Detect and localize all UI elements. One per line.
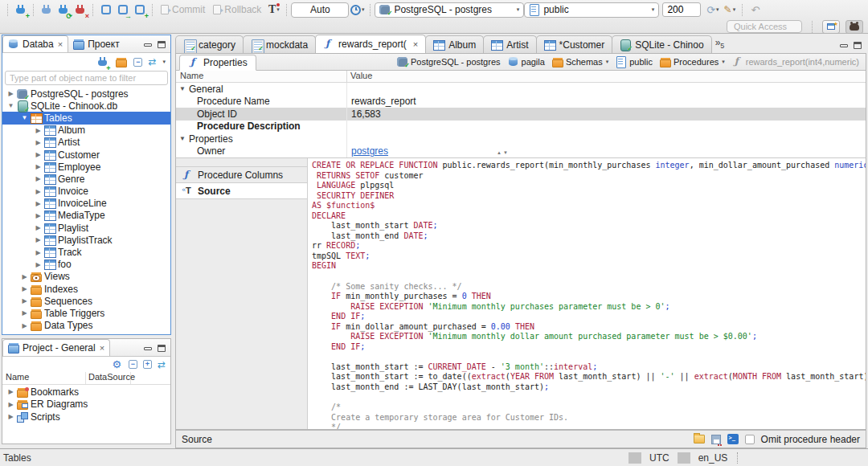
disclosure-triangle[interactable]: ▶ [35,261,42,268]
disclosure-triangle[interactable]: ▶ [7,90,14,97]
breadcrumb-item-public[interactable]: public [616,56,653,67]
property-value[interactable]: postgres [347,145,388,157]
refresh-button[interactable]: ⟳▾ [704,2,721,18]
fetch-size-input[interactable] [662,2,701,17]
minimize-icon[interactable] [144,43,152,47]
disclosure-triangle[interactable]: ▶ [35,236,42,243]
new-connection-button[interactable]: + [12,2,29,18]
quick-access-input[interactable] [727,20,802,33]
column-name[interactable]: Name [176,71,347,82]
bottom-tab-label[interactable]: Source [182,434,212,445]
editor-tab-sqlite-chinoo[interactable]: SQLite - Chinoo [612,35,711,53]
disclosure-triangle[interactable]: ▶ [35,151,42,158]
disclosure-triangle[interactable]: ▶ [7,413,14,420]
editor-tab-album[interactable]: Album [425,35,484,53]
commit-mode-select[interactable]: Auto [291,2,349,18]
disclosure-triangle[interactable]: ▶ [35,249,42,256]
maximize-icon[interactable] [158,41,166,48]
transaction-log-button[interactable]: T▾ [265,2,282,18]
tree-item-album[interactable]: ▶Album [2,125,170,137]
timezone-label[interactable]: UTC [643,452,676,464]
disclosure-triangle[interactable]: ▶ [35,200,42,207]
rollback-button[interactable]: Rollback [213,4,261,15]
column-datasource[interactable]: DataSource [86,372,131,384]
tree-item-views[interactable]: ▶Views [2,271,170,283]
disclosure-triangle[interactable]: ▶ [21,309,28,317]
editor-tab-category[interactable]: category [175,35,244,53]
breadcrumb-item-rewards-report-int4-numeric[interactable]: rewards_report(int4,numeric) [732,56,859,67]
subtab-source[interactable]: Source [176,182,307,199]
collapse-all-button[interactable]: − [129,360,137,369]
splitter-arrows-icon[interactable]: ▲▼ [497,150,510,155]
disclosure-triangle[interactable]: ▶ [35,139,42,146]
schema-select[interactable]: public▾ [524,2,659,18]
tree-item-genre[interactable]: ▶Genre [2,173,170,185]
column-name[interactable]: Name [2,372,86,384]
navigator-filter-input[interactable] [5,71,168,85]
disclosure-triangle[interactable]: ▶ [35,163,42,170]
connect-button[interactable] [38,2,55,18]
tree-item-customer[interactable]: ▶Customer [2,149,170,161]
tree-item-mediatype[interactable]: ▶MediaType [2,210,170,222]
disclosure-triangle[interactable]: ▶ [35,188,42,195]
disclosure-triangle[interactable]: ▶ [35,175,42,182]
new-sql-editor-button[interactable]: + [131,2,148,18]
close-tab-icon[interactable]: × [413,39,418,49]
link-with-editor-button[interactable]: ⇄ [158,359,166,370]
disclosure-triangle[interactable]: ▼ [21,114,28,121]
drag-handle[interactable] [737,452,751,464]
minimize-icon[interactable] [144,347,152,350]
disclosure-triangle[interactable]: ▶ [21,297,28,305]
disclosure-triangle[interactable]: ▶ [7,388,14,395]
disclosure-triangle[interactable]: ▶ [21,273,28,280]
maximize-icon[interactable] [158,345,166,352]
tree-item-track[interactable]: ▶Track [2,246,170,258]
tree-item-sequences[interactable]: ▶Sequences [2,295,170,307]
disclosure-triangle[interactable]: ▼ [7,102,14,109]
disclosure-triangle[interactable]: ▶ [21,285,28,292]
property-row-properties[interactable]: ▼Properties [176,133,866,145]
connection-select[interactable]: PostgreSQL - postgres▾ [375,2,524,18]
project-item-scripts[interactable]: ▶Scripts [2,411,170,423]
tree-item-postgresql-postgres[interactable]: ▶PostgreSQL - postgres [2,88,170,100]
tab-project-explorer[interactable]: Проект [68,35,125,52]
omit-header-checkbox[interactable] [745,435,755,444]
tab-properties[interactable]: Properties [179,55,256,71]
editor-tab-rewards-report[interactable]: rewards_report(× [315,35,426,53]
editor-tab-artist[interactable]: Artist [483,35,536,53]
tree-item-playlist[interactable]: ▶Playlist [2,222,170,234]
column-value[interactable]: Value [347,71,372,82]
close-tab-icon[interactable]: × [100,343,104,353]
project-item-er-diagrams[interactable]: ▶ER Diagrams [2,399,170,411]
collapse-all-button[interactable]: − [133,58,142,67]
tab-database-navigator[interactable]: Databa × [2,35,68,52]
tree-item-data-types[interactable]: ▶Data Types [2,320,170,332]
tree-item-playlisttrack[interactable]: ▶PlaylistTrack [2,234,170,246]
perspective-dbeaver-button[interactable] [845,20,863,34]
edit-tool-button[interactable]: ✎▾ [721,2,738,18]
tree-item-indexes[interactable]: ▶Indexes [2,283,170,295]
tree-item-invoice[interactable]: ▶Invoice [2,186,170,198]
property-row-general[interactable]: ▼General [176,83,866,96]
breadcrumb-item-schemas[interactable]: Schemas▾ [552,56,608,67]
undo-button[interactable]: ↶ [747,2,764,18]
tree-item-artist[interactable]: ▶Artist [2,137,170,149]
editor-tab-mockdata[interactable]: mockdata [243,35,316,53]
gear-icon[interactable]: ⚙ [111,359,123,370]
property-row-owner[interactable]: Ownerpostgres [176,145,866,158]
disclosure-triangle[interactable]: ▼ [179,135,186,142]
subtab-procedure-columns[interactable]: Procedure Columns [176,166,307,183]
tree-item-invoiceline[interactable]: ▶InvoiceLine [2,198,170,210]
property-row-procedure-description[interactable]: Procedure Description [176,121,866,133]
tree-item-employee[interactable]: ▶Employee [2,161,170,173]
property-row-procedure-name[interactable]: Procedure Namerewards_report [176,96,866,108]
disclosure-triangle[interactable]: ▶ [7,401,14,408]
nav-new-folder-button[interactable] [115,54,128,71]
editor-tab-customer[interactable]: *Customer [536,35,613,53]
view-menu-button[interactable]: ▾ [162,59,166,65]
breadcrumb-item-procedures[interactable]: Procedures▾ [660,56,725,67]
tab-project-general[interactable]: Project - General × [2,339,110,356]
maximize-icon[interactable] [854,42,862,49]
tree-item-sqlite-chinook-db[interactable]: ▼SQLite - Chinook.db [2,100,170,112]
disclosure-triangle[interactable]: ▶ [35,212,42,219]
